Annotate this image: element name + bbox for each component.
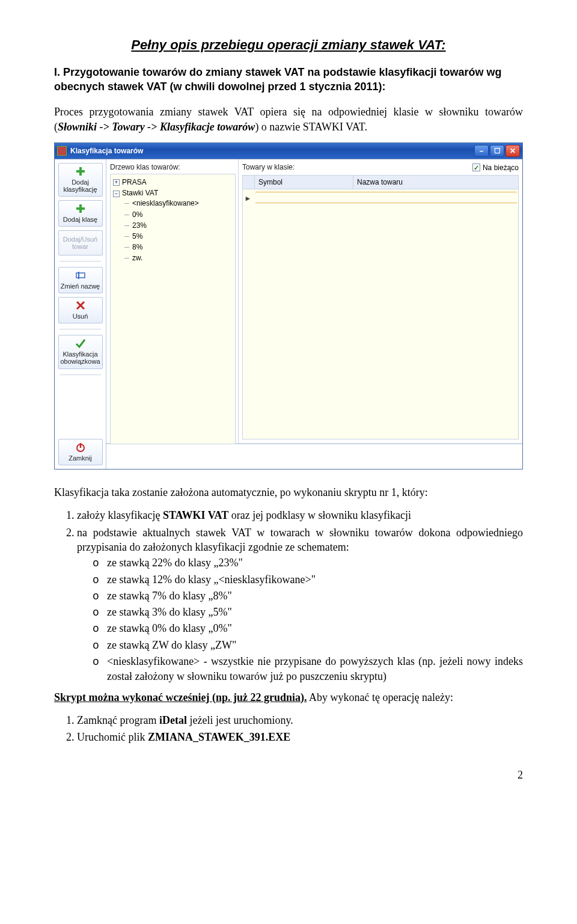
list-item: Zamknąć program iDetal jeżeli jest uruch… (77, 713, 523, 727)
tree-node-label: Stawki VAT (122, 189, 158, 197)
tree-leaf[interactable]: 0% (123, 209, 233, 220)
list-item: ze stawką 22% do klasy „23%" (107, 555, 523, 571)
tree-node-label: PRASA (122, 178, 147, 186)
text-fragment: założy klasyfikację (77, 509, 163, 521)
on-the-fly-checkbox[interactable]: ✓ Na bieżąco (472, 163, 519, 173)
tree-leaf[interactable]: 8% (123, 242, 233, 252)
classification-required-button[interactable]: Klasyfikacja obowiązkowa (58, 335, 103, 369)
script-run-paragraph: Skrypt można wykonać wcześniej (np. już … (54, 690, 523, 705)
tree-node-prasa[interactable]: +PRASA (113, 177, 233, 188)
table-body[interactable]: ▸ (242, 189, 519, 439)
text-fragment: na podstawie aktualnych stawek VAT w tow… (77, 527, 523, 553)
section-1-heading: I. Przygotowanie towarów do zmiany stawe… (54, 65, 523, 94)
para1-fragment-c: ) o nazwie STAWKI VAT. (255, 121, 367, 133)
maximize-button[interactable]: ☐ (490, 145, 504, 157)
window-title: Klasyfikacja towarów (70, 146, 474, 156)
list-item: ze stawką 3% do klasy „5%" (107, 605, 523, 620)
delete-label: Usuń (73, 313, 88, 320)
title-bar: Klasyfikacja towarów – ☐ ✕ (55, 143, 522, 159)
close-button-label: Zamknij (69, 454, 92, 462)
tree-leaf[interactable]: 5% (123, 231, 233, 242)
text-fragment: jeżeli jest uruchomiony. (187, 714, 293, 726)
numbered-list-2: Zamknąć program iDetal jeżeli jest uruch… (54, 713, 523, 745)
row-marker-icon: ▸ (246, 193, 250, 204)
numbered-list-1: założy klasyfikację STAWKI VAT oraz jej … (54, 508, 523, 684)
text-bold: iDetal (159, 714, 187, 726)
app-screenshot: Klasyfikacja towarów – ☐ ✕ Dodaj klasyfi… (54, 142, 523, 470)
list-item: <niesklasyfikowane> - wszystkie nie przy… (107, 654, 523, 684)
list-item: ze stawką ZW do klasy „ZW" (107, 638, 523, 653)
check-green-icon (75, 338, 86, 349)
add-class-label: Dodaj klasę (63, 216, 97, 223)
checkbox-checked-icon: ✓ (472, 164, 480, 171)
tree-leaf[interactable]: 23% (123, 220, 233, 231)
svg-rect-1 (76, 170, 85, 173)
tree-node-stawki-vat[interactable]: −Stawki VAT <niesklasyfikowane> 0% 23% 5… (113, 188, 233, 264)
power-icon (75, 442, 86, 453)
text-fragment: Uruchomić plik (77, 731, 148, 743)
add-classification-label: Dodaj klasyfikację (60, 179, 101, 193)
list-item: założy klasyfikację STAWKI VAT oraz jej … (77, 508, 523, 522)
list-item: Uruchomić plik ZMIANA_STAWEK_391.EXE (77, 730, 523, 744)
svg-rect-3 (76, 207, 85, 210)
on-the-fly-label: Na bieżąco (483, 163, 519, 173)
list-item: ze stawką 0% do klasy „0%" (107, 621, 523, 636)
tree-leaf[interactable]: <niesklasyfikowane> (123, 198, 233, 209)
plus-green-icon (75, 203, 86, 214)
toolbar: Dodaj klasyfikację Dodaj klasę Dodaj/Usu… (55, 159, 106, 469)
text-fragment: oraz jej podklasy w słowniku klasyfikacj… (228, 509, 411, 521)
table-header: Symbol Nazwa towaru (242, 175, 519, 189)
tree-leaf[interactable]: zw. (123, 252, 233, 263)
text-bold: ZMIANA_STAWEK_391.EXE (148, 731, 290, 743)
text-bold-underline: Skrypt można wykonać wcześniej (np. już … (54, 691, 307, 703)
svg-rect-4 (76, 273, 85, 278)
text-fragment: Zamknąć program (77, 714, 159, 726)
intro-paragraph: Proces przygotowania zmiany stawek VAT o… (54, 105, 523, 134)
classification-required-label: Klasyfikacja obowiązkowa (60, 350, 101, 365)
delete-button[interactable]: Usuń (58, 297, 103, 323)
svg-rect-5 (78, 272, 79, 279)
text-bold: STAWKI VAT (163, 509, 228, 521)
app-icon (57, 146, 67, 156)
add-class-button[interactable]: Dodaj klasę (58, 200, 103, 227)
close-window-button[interactable]: ✕ (505, 145, 520, 157)
rename-button[interactable]: Zmień nazwę (58, 267, 103, 293)
para-after-figure: Klasyfikacja taka zostanie założona auto… (54, 485, 523, 500)
tree-label: Drzewo klas towarów: (110, 162, 236, 174)
col-name[interactable]: Nazwa towaru (353, 176, 518, 189)
page-number: 2 (54, 768, 523, 782)
plus-green-icon (75, 166, 86, 177)
list-item: ze stawką 7% do klasy „8%" (107, 589, 523, 604)
list-item: ze stawką 12% do klasy „<niesklasyfikowa… (107, 572, 523, 587)
add-classification-button[interactable]: Dodaj klasyfikację (58, 163, 103, 197)
page-title: Pełny opis przebiegu operacji zmiany sta… (54, 36, 523, 54)
add-remove-item-button: Dodaj/Usuń towar (58, 230, 103, 255)
text-fragment: Aby wykonać tę operację należy: (307, 691, 453, 703)
rename-label: Zmień nazwę (61, 283, 100, 290)
menu-path: Słowniki -> Towary -> Klasyfikacje towar… (58, 121, 255, 133)
expand-plus-icon[interactable]: + (113, 179, 120, 186)
list-item: na podstawie aktualnych stawek VAT w tow… (77, 525, 523, 684)
delete-icon (75, 300, 86, 311)
add-remove-item-label: Dodaj/Usuń towar (60, 236, 101, 250)
col-symbol[interactable]: Symbol (255, 176, 353, 189)
minimize-button[interactable]: – (474, 145, 489, 157)
collapse-minus-icon[interactable]: − (113, 191, 120, 197)
rename-icon (75, 270, 86, 281)
close-button[interactable]: Zamknij (58, 439, 103, 465)
grid-label: Towary w klasie: (242, 162, 295, 174)
bullet-sublist: ze stawką 22% do klasy „23%" ze stawką 1… (77, 555, 523, 684)
status-area (106, 444, 522, 469)
class-tree[interactable]: +PRASA −Stawki VAT <niesklasyfikowane> 0… (110, 174, 236, 450)
